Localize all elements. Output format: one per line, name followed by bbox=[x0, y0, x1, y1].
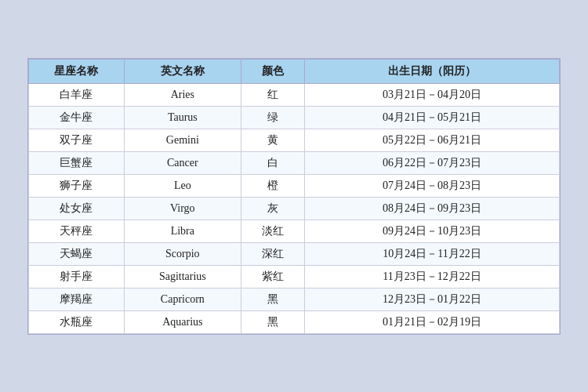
table-cell: 黄 bbox=[241, 129, 304, 151]
table-cell: 巨蟹座 bbox=[29, 151, 125, 174]
table-cell: 黑 bbox=[241, 310, 304, 333]
table-cell: Aries bbox=[124, 83, 241, 106]
table-cell: Capricorn bbox=[124, 288, 241, 310]
table-cell: 金牛座 bbox=[29, 106, 125, 129]
table-cell: 05月22日－06月21日 bbox=[305, 129, 560, 151]
table-cell: 12月23日－01月22日 bbox=[305, 288, 560, 310]
table-cell: Aquarius bbox=[124, 310, 241, 333]
header-color: 颜色 bbox=[241, 59, 304, 83]
table-cell: Libra bbox=[124, 220, 241, 242]
table-cell: 08月24日－09月23日 bbox=[305, 197, 560, 220]
table-row: 巨蟹座Cancer白06月22日－07月23日 bbox=[29, 151, 560, 174]
header-chinese: 星座名称 bbox=[29, 59, 125, 83]
table-row: 狮子座Leo橙07月24日－08月23日 bbox=[29, 174, 560, 197]
table-cell: 绿 bbox=[241, 106, 304, 129]
table-cell: 10月24日－11月22日 bbox=[305, 242, 560, 265]
table-cell: 淡红 bbox=[241, 220, 304, 242]
table-row: 射手座Sagittarius紫红11月23日－12月22日 bbox=[29, 265, 560, 288]
table-cell: 01月21日－02月19日 bbox=[305, 310, 560, 333]
table-row: 双子座Gemini黄05月22日－06月21日 bbox=[29, 129, 560, 151]
table-cell: 白羊座 bbox=[29, 83, 125, 106]
table-cell: 深红 bbox=[241, 242, 304, 265]
table-cell: 白 bbox=[241, 151, 304, 174]
table-row: 天秤座Libra淡红09月24日－10月23日 bbox=[29, 220, 560, 242]
table-cell: 狮子座 bbox=[29, 174, 125, 197]
table-row: 金牛座Taurus绿04月21日－05月21日 bbox=[29, 106, 560, 129]
table-cell: Taurus bbox=[124, 106, 241, 129]
table-row: 摩羯座Capricorn黑12月23日－01月22日 bbox=[29, 288, 560, 310]
table-cell: 双子座 bbox=[29, 129, 125, 151]
table-row: 处女座Virgo灰08月24日－09月23日 bbox=[29, 197, 560, 220]
table-cell: 09月24日－10月23日 bbox=[305, 220, 560, 242]
table-header-row: 星座名称 英文名称 颜色 出生日期（阳历） bbox=[29, 59, 560, 83]
table-cell: 摩羯座 bbox=[29, 288, 125, 310]
table-cell: 11月23日－12月22日 bbox=[305, 265, 560, 288]
zodiac-table: 星座名称 英文名称 颜色 出生日期（阳历） 白羊座Aries红03月21日－04… bbox=[28, 59, 560, 334]
table-cell: 灰 bbox=[241, 197, 304, 220]
table-cell: 射手座 bbox=[29, 265, 125, 288]
table-row: 白羊座Aries红03月21日－04月20日 bbox=[29, 83, 560, 106]
table-cell: 03月21日－04月20日 bbox=[305, 83, 560, 106]
zodiac-table-wrapper: 星座名称 英文名称 颜色 出生日期（阳历） 白羊座Aries红03月21日－04… bbox=[27, 58, 561, 335]
table-cell: Leo bbox=[124, 174, 241, 197]
table-cell: 处女座 bbox=[29, 197, 125, 220]
table-cell: 红 bbox=[241, 83, 304, 106]
table-cell: Sagittarius bbox=[124, 265, 241, 288]
table-cell: 天秤座 bbox=[29, 220, 125, 242]
table-cell: Scorpio bbox=[124, 242, 241, 265]
table-cell: 04月21日－05月21日 bbox=[305, 106, 560, 129]
table-cell: 天蝎座 bbox=[29, 242, 125, 265]
table-cell: 黑 bbox=[241, 288, 304, 310]
table-cell: 橙 bbox=[241, 174, 304, 197]
header-date: 出生日期（阳历） bbox=[305, 59, 560, 83]
table-cell: 07月24日－08月23日 bbox=[305, 174, 560, 197]
table-cell: Cancer bbox=[124, 151, 241, 174]
table-cell: Virgo bbox=[124, 197, 241, 220]
table-row: 水瓶座Aquarius黑01月21日－02月19日 bbox=[29, 310, 560, 333]
table-cell: 水瓶座 bbox=[29, 310, 125, 333]
header-english: 英文名称 bbox=[124, 59, 241, 83]
table-row: 天蝎座Scorpio深红10月24日－11月22日 bbox=[29, 242, 560, 265]
table-cell: 06月22日－07月23日 bbox=[305, 151, 560, 174]
table-body: 白羊座Aries红03月21日－04月20日金牛座Taurus绿04月21日－0… bbox=[29, 83, 560, 333]
table-cell: Gemini bbox=[124, 129, 241, 151]
table-cell: 紫红 bbox=[241, 265, 304, 288]
